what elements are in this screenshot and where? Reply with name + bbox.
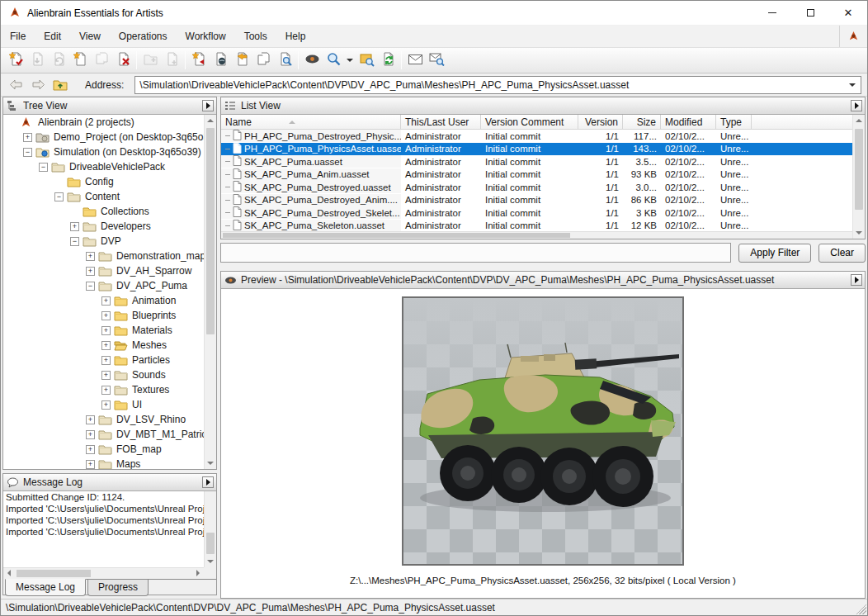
mail-button[interactable]	[404, 50, 426, 71]
column-header-size[interactable]: Size	[623, 115, 661, 129]
tree-item-alienbrain-2-projects[interactable]: Alienbrain (2 projects)	[3, 115, 216, 130]
checkout-button[interactable]	[210, 50, 231, 71]
tree-item-demo-project-on-desktop-3q65o39[interactable]: +Demo_Project (on Desktop-3q65o39)	[3, 130, 216, 145]
column-header-name[interactable]: Name	[221, 115, 401, 129]
tab-message-log[interactable]: Message Log	[5, 579, 86, 596]
tree-item-config[interactable]: Config	[3, 174, 216, 189]
refresh-button[interactable]	[377, 50, 399, 71]
tree-item-fob-map[interactable]: +FOB_map	[3, 442, 216, 457]
expand-icon[interactable]: +	[23, 133, 32, 142]
tree-item-dv-lsv-rhino[interactable]: +DV_LSV_Rhino	[3, 412, 216, 427]
column-header-this-last-user[interactable]: This/Last User	[401, 115, 481, 129]
column-header-type[interactable]: Type	[716, 115, 752, 129]
collapse-icon[interactable]: −	[70, 237, 79, 246]
list-row-sk-apc-puma-anim-uasset[interactable]: SK_APC_Puma_Anim.uassetAdministratorInit…	[221, 168, 852, 182]
tree-item-demonstration-map[interactable]: +Demonstration_map	[3, 249, 216, 263]
list-row-sk-apc-puma-skeleton-uasset[interactable]: SK_APC_Puma_Skeleton.uassetAdministrator…	[221, 220, 852, 233]
list-horizontal-scrollbar[interactable]	[221, 231, 852, 239]
checkin-button[interactable]	[188, 50, 210, 71]
column-header-version[interactable]: Version	[578, 115, 623, 129]
submit-button[interactable]	[231, 50, 252, 71]
list-row-sk-apc-puma-destroyed-anim[interactable]: SK_APC_Puma_Destroyed_Anim....Administra…	[221, 194, 852, 207]
minimize-button[interactable]	[753, 1, 791, 25]
scroll-right-icon[interactable]	[192, 568, 204, 578]
tree-item-meshes[interactable]: +Meshes	[3, 338, 216, 353]
menu-workflow[interactable]: Workflow	[177, 26, 235, 47]
close-button[interactable]: ✕	[829, 1, 867, 25]
tree-item-maps[interactable]: +Maps	[3, 457, 216, 469]
column-header-modified[interactable]: Modified	[661, 115, 716, 129]
expand-icon[interactable]: +	[86, 267, 95, 276]
list-row-ph-apc-puma-destroyed-physic[interactable]: PH_APC_Puma_Destroyed_Physic...Administr…	[221, 130, 852, 143]
tree-item-dv-apc-puma[interactable]: −DV_APC_Puma	[3, 278, 216, 293]
expand-icon[interactable]: +	[101, 371, 111, 380]
search-caret-icon[interactable]	[344, 50, 356, 71]
list-hscroll-thumb[interactable]	[223, 233, 570, 238]
column-header-version-comment[interactable]: Version Comment	[481, 115, 578, 129]
address-dropdown-button[interactable]	[845, 78, 859, 92]
tree-item-particles[interactable]: +Particles	[3, 353, 216, 367]
tree-item-blueprints[interactable]: +Blueprints	[3, 308, 216, 323]
expand-icon[interactable]: +	[101, 296, 111, 306]
tab-progress[interactable]: Progress	[87, 580, 149, 596]
list-view-menu-button[interactable]	[851, 100, 862, 111]
duplicate-button[interactable]	[252, 50, 274, 71]
log-horizontal-scrollbar[interactable]	[3, 567, 204, 578]
clear-filter-button[interactable]: Clear	[818, 244, 866, 263]
tree-item-driveablevehiclepack[interactable]: −DriveableVehiclePack	[3, 159, 216, 174]
up-folder-button[interactable]	[51, 76, 69, 94]
expand-icon[interactable]: +	[70, 222, 79, 231]
mail-search-button[interactable]	[426, 50, 447, 71]
tree-item-developers[interactable]: +Developers	[3, 219, 216, 234]
tree-item-dv-ah-sparrow[interactable]: +DV_AH_Sparrow	[3, 263, 216, 278]
expand-icon[interactable]: +	[101, 356, 111, 365]
expand-icon[interactable]: +	[101, 326, 111, 335]
scroll-up-icon[interactable]	[205, 115, 216, 126]
maximize-button[interactable]	[791, 1, 829, 25]
log-hscroll-thumb[interactable]	[17, 570, 91, 577]
tree-scroll-thumb[interactable]	[206, 128, 215, 334]
tree-item-textures[interactable]: +Textures	[3, 382, 216, 397]
log-vscroll-thumb[interactable]	[206, 533, 215, 554]
apply-filter-button[interactable]: Apply Filter	[738, 244, 811, 263]
message-log-menu-button[interactable]	[202, 476, 214, 488]
back-button[interactable]	[7, 76, 25, 94]
collapse-icon[interactable]: −	[54, 192, 64, 201]
menu-file[interactable]: File	[1, 26, 35, 47]
list-vscroll-thumb[interactable]	[855, 129, 863, 210]
delete-file-button[interactable]	[112, 50, 134, 71]
menu-tools[interactable]: Tools	[235, 26, 276, 47]
expand-icon[interactable]: +	[86, 430, 95, 439]
expand-icon[interactable]: +	[86, 252, 95, 261]
scroll-down-icon[interactable]	[853, 227, 865, 239]
menu-operations[interactable]: Operations	[110, 26, 177, 47]
tree-view-menu-button[interactable]	[202, 100, 214, 111]
forward-button[interactable]	[29, 76, 47, 94]
expand-icon[interactable]: +	[101, 311, 111, 320]
menu-view[interactable]: View	[70, 26, 110, 47]
expand-icon[interactable]: +	[101, 341, 111, 350]
log-vertical-scrollbar[interactable]	[204, 491, 216, 567]
tree-item-ui[interactable]: +UI	[3, 397, 216, 412]
tree-vertical-scrollbar[interactable]	[204, 115, 216, 469]
preview-menu-button[interactable]	[851, 274, 862, 286]
find-files-button[interactable]	[274, 50, 295, 71]
list-row-sk-apc-puma-destroyed-skelet[interactable]: SK_APC_Puma_Destroyed_Skelet...Administr…	[221, 206, 852, 220]
scroll-down-icon[interactable]	[205, 556, 216, 567]
scroll-left-icon[interactable]	[3, 568, 15, 578]
tree-item-dv-mbt-m1-patriot[interactable]: +DV_MBT_M1_Patriot	[3, 427, 216, 442]
scroll-down-icon[interactable]	[205, 457, 216, 469]
list-row-sk-apc-puma-destroyed-uasset[interactable]: SK_APC_Puma_Destroyed.uassetAdministrato…	[221, 181, 852, 194]
menu-edit[interactable]: Edit	[35, 26, 70, 47]
tree-item-dvp[interactable]: −DVP	[3, 234, 216, 249]
tree-item-sounds[interactable]: +Sounds	[3, 367, 216, 382]
collapse-icon[interactable]: −	[39, 163, 48, 172]
thumbnail-search-button[interactable]	[356, 50, 377, 71]
menu-help[interactable]: Help	[276, 26, 315, 47]
expand-icon[interactable]: +	[86, 445, 95, 454]
add-file-button[interactable]	[5, 50, 26, 71]
collapse-icon[interactable]: −	[23, 148, 32, 157]
filter-input[interactable]	[220, 243, 731, 263]
collapse-icon[interactable]: −	[86, 282, 95, 291]
scroll-up-icon[interactable]	[853, 115, 865, 126]
